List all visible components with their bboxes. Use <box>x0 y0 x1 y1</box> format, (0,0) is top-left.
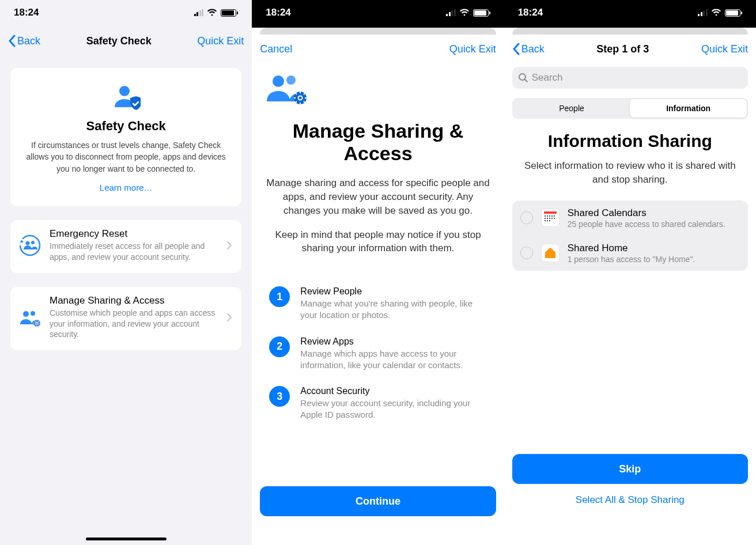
step-row: 1 Review People Manage what you're shari… <box>269 286 486 321</box>
svg-point-4 <box>23 311 29 317</box>
status-bar: 18:24 <box>252 0 504 28</box>
tab-people[interactable]: People <box>513 99 630 118</box>
cellular-icon <box>698 9 708 16</box>
hero-description: If circumstances or trust levels change,… <box>23 139 229 175</box>
hero-title: Safety Check <box>23 119 229 134</box>
svg-rect-22 <box>549 218 550 219</box>
svg-rect-15 <box>545 215 546 217</box>
people-shield-icon <box>112 84 141 111</box>
status-time: 18:24 <box>14 7 39 18</box>
nav-bar: Back Step 1 of 3 Quick Exit <box>512 35 748 63</box>
back-button[interactable]: Back <box>512 43 545 55</box>
back-label: Back <box>17 35 40 47</box>
battery-icon <box>473 9 490 17</box>
step-number-badge: 3 <box>269 386 290 407</box>
screen-information-sharing: 18:24 Back Step 1 of 3 Quick Exit People… <box>504 0 756 545</box>
step-description: Review your account security, including … <box>300 398 486 421</box>
quick-exit-button[interactable]: Quick Exit <box>449 43 496 55</box>
manage-sharing-row[interactable]: Manage Sharing & Access Customise which … <box>10 287 241 351</box>
chevron-left-icon <box>512 43 520 55</box>
nav-bar: Cancel Quick Exit <box>260 35 496 63</box>
battery-icon <box>221 9 238 17</box>
screen-safety-check: 18:24 Back Safety Check Quick Exit Safet… <box>0 0 252 545</box>
row-title: Shared Calendars <box>568 207 740 219</box>
home-icon <box>541 244 560 262</box>
svg-rect-21 <box>547 218 548 219</box>
row-title: Shared Home <box>568 243 740 254</box>
search-icon <box>518 73 528 83</box>
status-indicators <box>194 9 239 17</box>
manage-sharing-title: Manage Sharing & Access <box>50 295 218 306</box>
svg-rect-16 <box>547 215 548 217</box>
segmented-control: People Information <box>512 98 748 119</box>
step-description: Manage which apps have access to your in… <box>300 348 486 372</box>
hero-title: Information Sharing <box>512 131 748 151</box>
skip-button[interactable]: Skip <box>512 454 748 484</box>
chevron-right-icon <box>226 241 232 250</box>
hero-description-2: Keep in mind that people may notice if y… <box>264 228 491 256</box>
back-button[interactable]: Back <box>8 35 40 47</box>
battery-icon <box>725 9 742 17</box>
radio-unchecked[interactable] <box>520 211 533 224</box>
svg-point-5 <box>31 311 35 316</box>
step-title: Review People <box>300 286 486 297</box>
steps-list: 1 Review People Manage what you're shari… <box>264 286 491 421</box>
svg-point-0 <box>119 86 130 96</box>
hero-title: Manage Sharing & Access <box>264 120 491 165</box>
step-number-badge: 1 <box>269 286 290 307</box>
status-bar: 18:24 <box>504 0 756 28</box>
emergency-reset-row[interactable]: Emergency Reset Immediately reset access… <box>10 220 241 273</box>
home-indicator[interactable] <box>86 538 167 540</box>
search-input[interactable] <box>512 67 748 89</box>
row-description: 25 people have access to shared calendar… <box>568 219 740 229</box>
hero-description-1: Manage sharing and access for specific p… <box>264 176 491 217</box>
safety-check-hero-card: Safety Check If circumstances or trust l… <box>10 68 241 206</box>
back-label: Back <box>521 43 545 55</box>
svg-point-1 <box>18 234 41 257</box>
manage-sharing-icon <box>18 306 41 329</box>
info-row-calendars[interactable]: Shared Calendars 25 people have access t… <box>512 200 748 236</box>
svg-rect-25 <box>545 220 546 221</box>
emergency-reset-description: Immediately reset access for all people … <box>50 241 218 263</box>
quick-exit-button[interactable]: Quick Exit <box>701 43 748 55</box>
cellular-icon <box>446 9 456 16</box>
emergency-reset-title: Emergency Reset <box>50 228 218 240</box>
select-all-stop-sharing-button[interactable]: Select All & Stop Sharing <box>512 484 748 516</box>
svg-point-9 <box>286 75 296 85</box>
information-list: Shared Calendars 25 people have access t… <box>512 200 748 271</box>
learn-more-link[interactable]: Learn more… <box>23 183 229 192</box>
wifi-icon <box>459 9 470 17</box>
step-row: 2 Review Apps Manage which apps have acc… <box>269 336 486 372</box>
step-title: Account Security <box>300 386 486 396</box>
cellular-icon <box>194 9 204 16</box>
row-description: 1 person has access to "My Home". <box>568 255 740 264</box>
page-title: Safety Check <box>86 35 152 47</box>
step-number-badge: 2 <box>269 336 290 357</box>
tab-information[interactable]: Information <box>630 99 747 118</box>
manage-sharing-description: Customise which people and apps can acce… <box>50 308 218 340</box>
svg-point-2 <box>26 241 30 245</box>
wifi-icon <box>711 9 721 17</box>
radio-unchecked[interactable] <box>520 247 533 259</box>
svg-point-3 <box>31 241 35 244</box>
cancel-button[interactable]: Cancel <box>260 43 292 55</box>
svg-rect-26 <box>547 220 548 221</box>
calendar-icon <box>541 209 560 227</box>
step-description: Manage what you're sharing with people, … <box>300 298 486 321</box>
page-title: Step 1 of 3 <box>596 43 649 55</box>
step-row: 3 Account Security Review your account s… <box>269 386 486 421</box>
status-indicators <box>698 9 742 17</box>
svg-point-8 <box>273 75 284 87</box>
svg-rect-17 <box>549 215 550 217</box>
info-row-home[interactable]: Shared Home 1 person has access to "My H… <box>512 236 748 271</box>
quick-exit-button[interactable]: Quick Exit <box>197 35 244 47</box>
svg-rect-20 <box>545 218 546 219</box>
status-bar: 18:24 <box>0 0 252 28</box>
chevron-left-icon <box>8 35 16 47</box>
svg-rect-23 <box>551 218 553 219</box>
sheet-body: Back Step 1 of 3 Quick Exit People Infor… <box>504 35 756 545</box>
continue-button[interactable]: Continue <box>260 486 496 516</box>
status-time: 18:24 <box>266 7 290 18</box>
chevron-right-icon <box>226 313 232 322</box>
svg-rect-14 <box>544 211 557 214</box>
